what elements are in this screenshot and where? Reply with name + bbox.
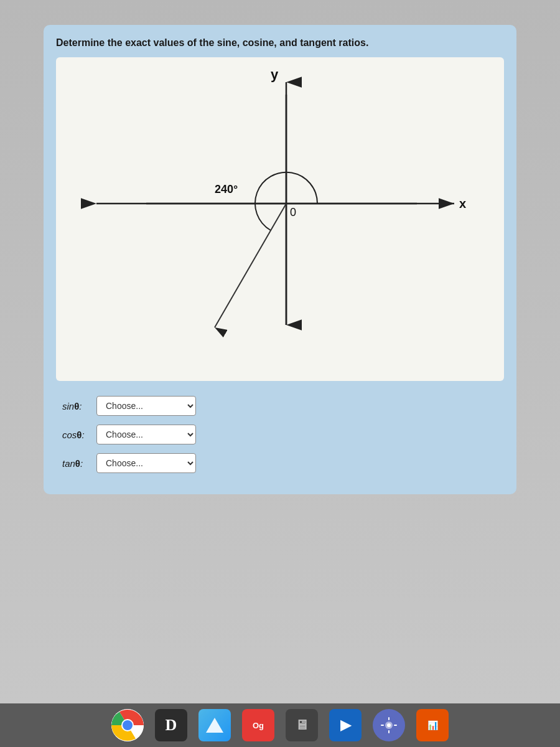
tangent-label: tanθ: <box>62 458 96 469</box>
main-card: Determine the exact values of the sine, … <box>44 25 516 494</box>
classroom-icon[interactable]: ▶ <box>329 709 362 741</box>
svg-text:0: 0 <box>290 206 296 218</box>
svg-rect-21 <box>388 730 390 733</box>
dropdowns-section: sinθ: Choose... 1/2 -1/2 √3/2 -√3/2 √3 -… <box>56 396 504 473</box>
svg-line-11 <box>215 204 286 327</box>
drive-icon[interactable] <box>198 709 231 741</box>
monitor-label: 🖥 <box>295 717 309 733</box>
photos-icon[interactable] <box>373 709 405 741</box>
svg-marker-16 <box>206 718 223 733</box>
docs-label: D <box>166 716 177 735</box>
chrome-icon[interactable] <box>111 709 144 741</box>
question-text: Determine the exact values of the sine, … <box>56 37 504 49</box>
svg-text:240°: 240° <box>215 183 238 195</box>
svg-text:x: x <box>459 197 466 210</box>
slides-label: 📊 <box>427 720 438 730</box>
slides-icon[interactable]: 📊 <box>416 709 449 741</box>
screen-background: Determine the exact values of the sine, … <box>0 0 560 747</box>
monitor-icon[interactable]: 🖥 <box>286 709 318 741</box>
tangent-row: tanθ: Choose... 1/2 -1/2 √3/2 -√3/2 √3 -… <box>62 453 504 473</box>
coordinate-graph: y x 0 240 <box>56 57 504 381</box>
graph-area: y x 0 240 <box>56 57 504 381</box>
svg-rect-20 <box>388 717 390 720</box>
svg-rect-23 <box>394 725 397 726</box>
cosine-row: cosθ: Choose... 1/2 -1/2 √3/2 -√3/2 √3 -… <box>62 425 504 444</box>
svg-rect-22 <box>381 725 384 726</box>
classroom-label: ▶ <box>340 717 351 733</box>
meet-icon[interactable]: Og <box>242 709 274 741</box>
svg-point-15 <box>123 720 133 730</box>
cosine-dropdown[interactable]: Choose... 1/2 -1/2 √3/2 -√3/2 √3 -√3 1 -… <box>96 425 196 444</box>
tangent-dropdown[interactable]: Choose... 1/2 -1/2 √3/2 -√3/2 √3 -√3 1 -… <box>96 453 196 473</box>
meet-label: Og <box>253 721 264 730</box>
cosine-label: cosθ: <box>62 430 96 440</box>
sine-dropdown[interactable]: Choose... 1/2 -1/2 √3/2 -√3/2 √3 -√3 1 -… <box>96 396 196 416</box>
taskbar: D Og 🖥 ▶ <box>0 703 560 747</box>
svg-point-19 <box>387 723 391 727</box>
sine-label: sinθ: <box>62 401 96 411</box>
sine-row: sinθ: Choose... 1/2 -1/2 √3/2 -√3/2 √3 -… <box>62 396 504 416</box>
docs-icon[interactable]: D <box>155 709 187 741</box>
svg-text:y: y <box>271 67 279 82</box>
